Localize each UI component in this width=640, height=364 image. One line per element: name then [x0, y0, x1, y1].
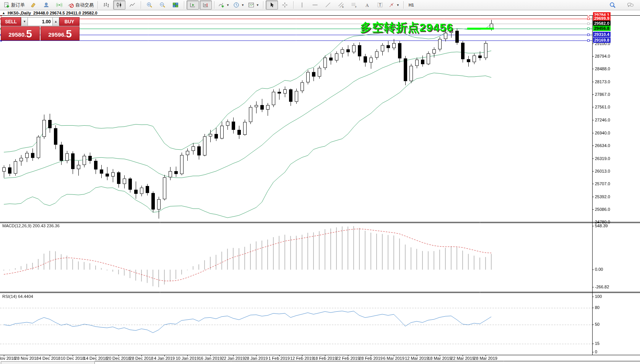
toolbar-separator — [293, 1, 294, 9]
candlestick-chart-button[interactable] — [113, 0, 125, 10]
new-order-button[interactable]: 新订单 — [2, 0, 26, 10]
macd-indicator-label: MACD(12,26,9) 200.43 236.36 — [2, 223, 60, 228]
candlestick-chart-icon — [116, 2, 122, 8]
text-label-icon: T — [377, 2, 383, 8]
tile-windows-icon — [172, 2, 179, 8]
bar-chart-icon — [103, 2, 109, 8]
profile-button[interactable] — [40, 0, 52, 10]
one-click-trading-panel: SELL ▼ ▲ BUY 29580.5 29596.5 — [1, 17, 80, 40]
text-label-button[interactable]: T — [374, 0, 386, 10]
crosshair-icon — [282, 2, 288, 8]
auto-scroll-icon — [190, 2, 196, 8]
templates-button[interactable]: ▼ — [247, 0, 261, 10]
chart-tab[interactable] — [1, 361, 95, 364]
volume-increase-button[interactable]: ▲ — [53, 17, 59, 26]
volume-input[interactable] — [28, 17, 53, 26]
fibonacci-button[interactable]: F — [348, 0, 360, 10]
svg-text:F: F — [355, 6, 357, 8]
new-order-icon — [3, 2, 10, 8]
chart-symbol-period: HK50-,Daily — [8, 11, 31, 15]
sell-price-main: 29580. — [8, 30, 26, 39]
arrow-objects-icon — [388, 2, 395, 8]
dropdown-caret-icon: ▼ — [241, 3, 244, 7]
autotrading-button[interactable]: 自动交易 — [66, 0, 95, 10]
tab-timeframe-h1[interactable]: H1 — [406, 1, 417, 9]
indicators-icon — [218, 2, 224, 8]
dropdown-caret-icon: ▼ — [256, 3, 259, 7]
rsi-indicator-label: RSI(14) 64.4404 — [2, 294, 33, 299]
vertical-line-icon — [299, 2, 305, 8]
text-button[interactable]: A — [361, 0, 373, 10]
cursor-icon — [269, 2, 275, 8]
dropdown-caret-icon: ▼ — [396, 3, 400, 7]
vertical-line-button[interactable] — [296, 0, 308, 10]
buy-price-main: 29596. — [48, 30, 66, 39]
new-order-label: 新订单 — [11, 2, 25, 8]
arrows-button[interactable]: ▼ — [387, 0, 401, 10]
chat-icon — [627, 2, 634, 8]
clock-icon — [233, 2, 239, 8]
zoom-in-icon — [146, 2, 153, 8]
price-label: 29456.8 — [593, 26, 611, 31]
trendline-icon — [325, 2, 331, 8]
toolbar-separator — [214, 1, 214, 9]
zoom-out-button[interactable] — [156, 0, 169, 10]
horizontal-line-icon — [312, 2, 318, 8]
tile-windows-button[interactable] — [169, 0, 182, 10]
price-label: 29169.8 — [593, 37, 611, 43]
toolbar-separator — [184, 1, 184, 9]
sell-price[interactable]: 29580.5 — [1, 26, 40, 40]
bar-chart-button[interactable] — [100, 0, 112, 10]
toolbar: 新订单 自动交易 — [0, 0, 640, 10]
signal-button[interactable] — [53, 0, 65, 10]
zoom-out-icon — [159, 2, 166, 8]
sell-price-pips: 5 — [26, 29, 32, 39]
line-chart-icon — [129, 2, 135, 8]
profile-icon — [43, 2, 49, 8]
fibonacci-icon: F — [351, 2, 357, 8]
chart-ohlc-values: 29448.0 29674.5 29411.0 29582.0 — [33, 11, 97, 15]
toolbar-separator — [403, 1, 404, 9]
search-icon — [609, 2, 616, 8]
template-icon — [248, 2, 254, 8]
buy-button[interactable]: BUY — [59, 17, 80, 26]
eraser-icon — [30, 2, 36, 8]
cursor-button[interactable] — [266, 0, 278, 10]
svg-text:T: T — [379, 3, 381, 7]
toolbar-separator — [97, 1, 98, 9]
auto-scroll-button[interactable] — [187, 0, 199, 10]
buy-price-pips: 5 — [66, 29, 72, 39]
chat-button[interactable] — [624, 0, 637, 10]
chart-header: ▲ HK50-,Daily 29448.0 29674.5 29411.0 29… — [0, 10, 640, 15]
autotrading-icon — [68, 2, 74, 8]
chart-shift-button[interactable] — [200, 0, 212, 10]
line-chart-button[interactable] — [126, 0, 138, 10]
equidistant-channel-button[interactable]: E — [335, 0, 347, 10]
crosshair-button[interactable] — [279, 0, 291, 10]
volume-decrease-button[interactable]: ▼ — [21, 17, 28, 26]
svg-text:A: A — [365, 3, 369, 8]
collapse-icon[interactable]: ▲ — [2, 11, 5, 15]
signal-icon — [56, 2, 62, 8]
trendline-button[interactable] — [322, 0, 334, 10]
terminal-window: 新订单 自动交易 — [0, 0, 640, 364]
horizontal-line-button[interactable] — [309, 0, 321, 10]
eraser-button[interactable] — [27, 0, 39, 10]
chart-shift-icon — [203, 2, 209, 8]
price-label: 29582.0 — [593, 21, 611, 26]
price-label: 29310.4 — [593, 32, 611, 37]
indicators-button[interactable]: ▼ — [217, 0, 231, 10]
dropdown-caret-icon: ▼ — [226, 3, 229, 7]
periods-button[interactable]: ▼ — [232, 0, 246, 10]
toolbar-separator — [141, 1, 141, 9]
text-icon: A — [364, 2, 370, 8]
chart-canvas[interactable] — [0, 15, 640, 364]
search-button[interactable] — [606, 0, 619, 10]
zoom-in-button[interactable] — [143, 0, 156, 10]
chart-annotation-text[interactable]: 多空转折点29456 — [360, 20, 453, 36]
sell-button[interactable]: SELL — [1, 17, 21, 26]
toolbar-separator — [263, 1, 263, 9]
buy-price[interactable]: 29596.5 — [41, 26, 80, 40]
svg-text:E: E — [342, 6, 344, 8]
channel-icon: E — [338, 2, 344, 8]
